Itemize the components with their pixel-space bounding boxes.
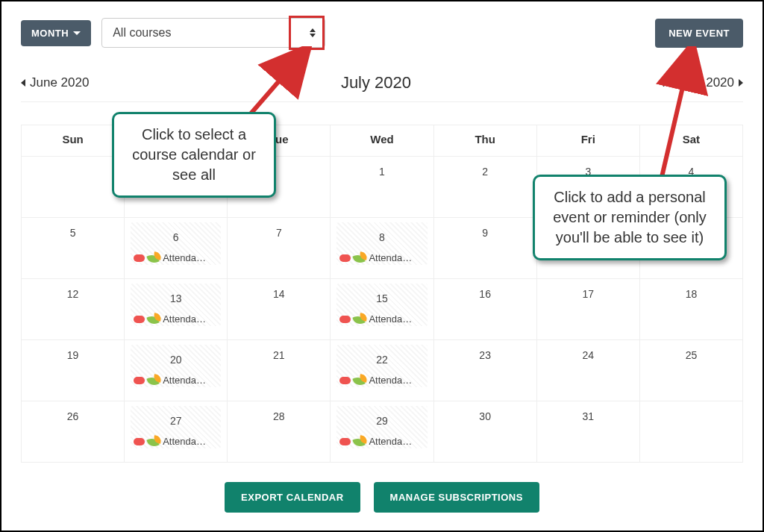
annotation-callout-course: Click to select a course calendar or see… <box>112 112 276 198</box>
calendar-cell[interactable]: 15Attenda… <box>331 279 433 340</box>
export-calendar-button[interactable]: EXPORT CALENDAR <box>225 482 360 513</box>
calendar-event[interactable]: Attenda… <box>132 375 219 386</box>
day-number: 20 <box>132 349 219 366</box>
calendar-event[interactable]: Attenda… <box>338 375 425 386</box>
day-number <box>645 406 738 410</box>
day-header: Wed <box>331 125 433 157</box>
day-number: 27 <box>132 410 219 427</box>
calendar-cell[interactable]: 1 <box>331 157 433 218</box>
day-number: 2 <box>439 161 532 178</box>
calendar-event[interactable]: Attenda… <box>338 313 425 325</box>
calendar-cell[interactable]: 21 <box>228 340 331 401</box>
calendar-cell[interactable]: 22Attenda… <box>331 340 433 401</box>
calendar-cell[interactable]: 26 <box>22 401 125 463</box>
day-number: 7 <box>232 222 325 239</box>
attendance-icon <box>354 436 366 447</box>
new-event-button[interactable]: NEW EVENT <box>655 19 743 48</box>
event-label: Attenda… <box>369 252 412 263</box>
event-label: Attenda… <box>163 252 206 263</box>
day-number: 8 <box>338 227 425 243</box>
calendar-cell[interactable]: 20Attenda… <box>125 340 228 401</box>
calendar-cell[interactable] <box>22 157 125 218</box>
day-number: 12 <box>26 284 119 300</box>
calendar-cell[interactable]: 31 <box>536 401 639 463</box>
attendance-icon <box>148 436 160 447</box>
view-mode-button[interactable]: MONTH <box>21 20 91 46</box>
day-header: Sun <box>22 125 125 157</box>
day-header: Fri <box>536 125 639 157</box>
calendar-event[interactable]: Attenda… <box>132 313 219 325</box>
day-number: 31 <box>542 406 635 422</box>
calendar-cell[interactable]: 7 <box>228 218 331 279</box>
course-select-value: All courses <box>113 26 171 40</box>
event-label: Attenda… <box>369 313 412 325</box>
attendance-icon <box>354 375 366 386</box>
calendar-cell[interactable]: 24 <box>536 340 639 401</box>
day-number: 24 <box>542 345 635 361</box>
view-mode-label: MONTH <box>31 28 69 39</box>
calendar-cell[interactable]: 27Attenda… <box>125 401 228 463</box>
chevron-right-icon <box>739 79 743 87</box>
calendar-cell[interactable]: 30 <box>433 401 536 463</box>
event-category-dot <box>134 254 145 262</box>
day-header: Thu <box>433 125 536 157</box>
day-number: 23 <box>439 345 532 361</box>
calendar-cell[interactable]: 12 <box>22 279 125 340</box>
event-label: Attenda… <box>163 375 206 386</box>
calendar-cell[interactable]: 13Attenda… <box>125 279 228 340</box>
calendar-cell[interactable]: 25 <box>639 340 742 401</box>
calendar-event[interactable]: Attenda… <box>338 436 425 447</box>
calendar-event[interactable]: Attenda… <box>132 436 219 447</box>
attendance-icon <box>148 375 160 386</box>
day-number: 18 <box>645 284 738 300</box>
course-select[interactable]: All courses <box>101 18 325 48</box>
day-number: 15 <box>338 288 425 304</box>
event-label: Attenda… <box>369 375 412 386</box>
attendance-icon <box>148 314 160 325</box>
event-category-dot <box>339 254 351 262</box>
calendar-cell[interactable]: 9 <box>433 218 536 279</box>
calendar-cell[interactable]: 6Attenda… <box>125 218 228 279</box>
day-number: 22 <box>338 349 425 366</box>
calendar-cell[interactable]: 2 <box>433 157 536 218</box>
event-category-dot <box>134 377 145 384</box>
calendar-cell[interactable]: 17 <box>536 279 639 340</box>
event-category-dot <box>339 377 351 384</box>
calendar-event[interactable]: Attenda… <box>338 252 425 263</box>
sort-icon <box>310 28 316 37</box>
calendar-cell[interactable]: 29Attenda… <box>331 401 433 463</box>
attendance-icon <box>148 253 160 263</box>
calendar-cell[interactable]: 8Attenda… <box>331 218 433 279</box>
calendar-cell[interactable]: 5 <box>22 218 125 279</box>
day-number: 29 <box>338 410 425 427</box>
day-number: 14 <box>232 284 325 300</box>
event-label: Attenda… <box>369 436 412 447</box>
day-number: 17 <box>542 284 635 300</box>
event-label: Attenda… <box>163 436 206 447</box>
attendance-icon <box>354 314 366 325</box>
calendar-cell[interactable]: 28 <box>228 401 331 463</box>
calendar-cell[interactable]: 19 <box>22 340 125 401</box>
day-number: 30 <box>439 406 532 422</box>
calendar-cell[interactable] <box>639 401 742 463</box>
event-category-dot <box>339 438 351 445</box>
prev-month-link[interactable]: June 2020 <box>21 75 89 90</box>
event-category-dot <box>134 316 145 323</box>
calendar-cell[interactable]: 14 <box>228 279 331 340</box>
day-number: 28 <box>232 406 325 422</box>
day-number: 5 <box>26 222 119 239</box>
day-number: 25 <box>645 345 738 361</box>
attendance-icon <box>354 253 366 263</box>
calendar-cell[interactable]: 23 <box>433 340 536 401</box>
manage-subscriptions-button[interactable]: MANAGE SUBSCRIPTIONS <box>374 482 539 513</box>
calendar-event[interactable]: Attenda… <box>132 252 219 263</box>
day-number: 9 <box>439 222 532 239</box>
next-month-link[interactable]: August 2020 <box>663 75 743 90</box>
day-number: 21 <box>232 345 325 361</box>
event-category-dot <box>134 438 145 445</box>
day-header: Sat <box>639 125 742 157</box>
calendar-cell[interactable]: 18 <box>639 279 742 340</box>
prev-month-label: June 2020 <box>30 75 89 90</box>
event-label: Attenda… <box>163 313 206 325</box>
calendar-cell[interactable]: 16 <box>433 279 536 340</box>
